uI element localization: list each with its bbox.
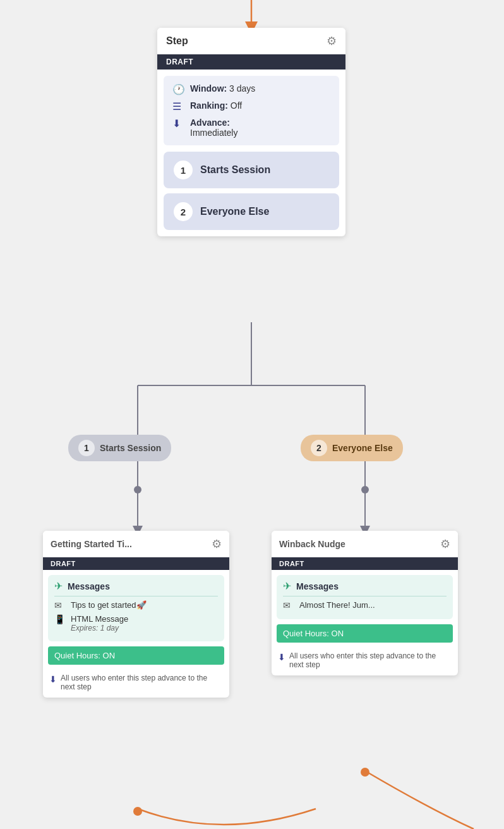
- message-item-2-left: 📱 HTML Message Expires: 1 day: [54, 614, 218, 632]
- step-card-header: Step ⚙: [157, 28, 345, 54]
- advance-arrow-left: ⬇: [49, 674, 57, 684]
- gear-icon[interactable]: ⚙: [327, 34, 337, 48]
- send-icon-left: ✈: [54, 580, 63, 592]
- messages-section-left: ✈ Messages ✉ Tips to get started🚀 📱 HTML…: [48, 575, 224, 641]
- messages-header-right: ✈ Messages: [283, 580, 447, 596]
- quiet-hours-label-left: Quiet Hours:: [54, 651, 100, 660]
- quiet-hours-value-left: ON: [103, 651, 116, 660]
- quiet-hours-left: Quiet Hours: ON: [48, 646, 224, 665]
- group-1-label: Starts Session: [200, 164, 270, 176]
- branch-left-label: Starts Session: [100, 443, 161, 453]
- advance-value: Immediately: [190, 128, 237, 138]
- step-card: Step ⚙ DRAFT 🕐 Window: 3 days ☰ Ranking:…: [157, 28, 345, 236]
- orange-dot-right: [361, 768, 369, 777]
- sub-card-right-draft: DRAFT: [272, 557, 458, 570]
- messages-header-left: ✈ Messages: [54, 580, 218, 596]
- window-row: 🕐 Window: 3 days: [172, 83, 330, 95]
- sub-card-right-gear-icon[interactable]: ⚙: [440, 537, 450, 551]
- sub-card-right: Winback Nudge ⚙ DRAFT ✈ Messages ✉ Almos…: [272, 531, 458, 675]
- advance-icon: ⬇: [172, 118, 185, 130]
- group-item-1[interactable]: 1 Starts Session: [164, 152, 339, 188]
- step-info-box: 🕐 Window: 3 days ☰ Ranking: Off ⬇ Advanc…: [164, 76, 339, 145]
- advance-text-content-right: All users who enter this step advance to…: [289, 651, 452, 669]
- envelope-icon-1-left: ✉: [54, 600, 66, 610]
- advance-text-content-left: All users who enter this step advance to…: [61, 674, 223, 691]
- message-text-1-left: Tips to get started🚀: [71, 600, 218, 610]
- window-value: 3 days: [229, 83, 255, 94]
- sub-card-right-title: Winback Nudge: [279, 539, 345, 549]
- branch-left-number: 1: [78, 440, 95, 456]
- advance-text-left: ⬇ All users who enter this step advance …: [43, 670, 229, 698]
- advance-text-right: ⬇ All users who enter this step advance …: [272, 648, 458, 675]
- ranking-row: ☰ Ranking: Off: [172, 100, 330, 112]
- envelope-icon-1-right: ✉: [283, 600, 294, 610]
- ranking-value: Off: [231, 100, 242, 111]
- branch-right-label: Everyone Else: [332, 443, 393, 453]
- branch-dot-right: [361, 486, 369, 493]
- message-text-2-left: HTML Message: [71, 614, 128, 624]
- orange-dot-left: [133, 807, 142, 816]
- ranking-icon: ☰: [172, 100, 185, 112]
- messages-title-left: Messages: [68, 581, 110, 591]
- step-card-title: Step: [166, 35, 188, 47]
- group-1-number: 1: [174, 160, 193, 179]
- advance-arrow-right: ⬇: [278, 652, 285, 662]
- sub-card-left: Getting Started Ti... ⚙ DRAFT ✈ Messages…: [43, 531, 229, 698]
- branch-label-right[interactable]: 2 Everyone Else: [301, 435, 403, 461]
- group-2-label: Everyone Else: [200, 206, 269, 217]
- sub-card-right-header: Winback Nudge ⚙: [272, 531, 458, 557]
- step-draft-badge: DRAFT: [157, 54, 345, 70]
- ranking-label: Ranking:: [190, 100, 228, 111]
- mobile-icon-left: 📱: [54, 614, 66, 624]
- quiet-hours-right: Quiet Hours: ON: [277, 624, 453, 643]
- advance-row: ⬇ Advance: Immediately: [172, 118, 330, 138]
- message-text-1-right: Almost There! Jum...: [299, 600, 447, 610]
- message-item-1-right: ✉ Almost There! Jum...: [283, 600, 447, 610]
- quiet-hours-label-right: Quiet Hours:: [283, 629, 329, 638]
- advance-label: Advance:: [190, 118, 230, 128]
- sub-card-left-draft: DRAFT: [43, 557, 229, 570]
- sub-card-left-header: Getting Started Ti... ⚙: [43, 531, 229, 557]
- clock-icon: 🕐: [172, 83, 185, 95]
- sub-card-left-gear-icon[interactable]: ⚙: [212, 537, 222, 551]
- send-icon-right: ✈: [283, 580, 291, 592]
- messages-section-right: ✈ Messages ✉ Almost There! Jum...: [277, 575, 453, 619]
- message-sub-2-left: Expires: 1 day: [71, 624, 128, 632]
- message-item-1-left: ✉ Tips to get started🚀: [54, 600, 218, 610]
- group-item-2[interactable]: 2 Everyone Else: [164, 193, 339, 230]
- sub-card-left-title: Getting Started Ti...: [51, 539, 132, 549]
- branch-label-left[interactable]: 1 Starts Session: [68, 435, 171, 461]
- window-label: Window:: [190, 83, 227, 94]
- group-2-number: 2: [174, 202, 193, 221]
- messages-title-right: Messages: [296, 581, 339, 591]
- quiet-hours-value-right: ON: [332, 629, 344, 638]
- branch-dot-left: [134, 486, 141, 493]
- branch-right-number: 2: [311, 440, 327, 456]
